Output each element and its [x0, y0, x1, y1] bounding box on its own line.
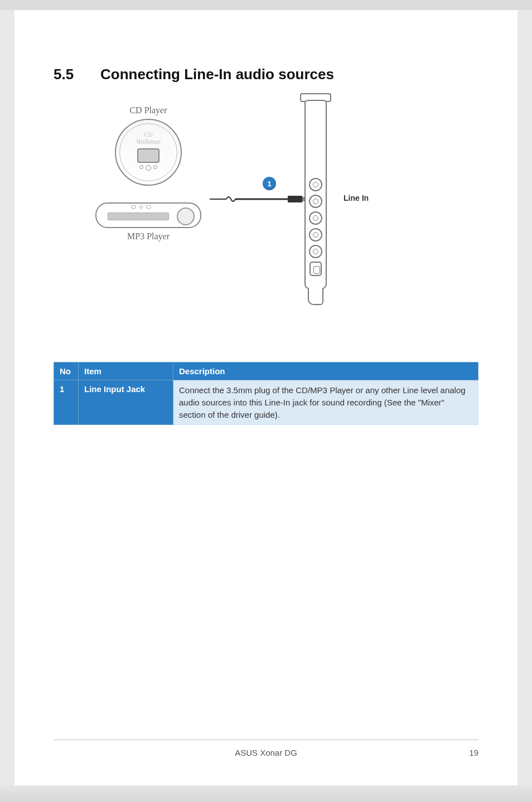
bottom-strip [0, 785, 532, 802]
mp3-player-label: MP3 Player [95, 231, 201, 241]
connection-diagram: CD Player CD Walkman MP3 Player [87, 105, 478, 317]
description-table: No Item Description 1 Line Input Jack Co… [54, 362, 478, 425]
col-item: Item [79, 363, 173, 380]
jack-stack [309, 178, 322, 276]
section-title-text: Connecting Line-In audio sources [100, 66, 334, 83]
cd-buttons-icon [139, 165, 157, 171]
line-in-jack-icon [309, 178, 322, 191]
section-heading: 5.5Connecting Line-In audio sources [54, 10, 478, 83]
audio-jack-icon [309, 228, 322, 241]
page-footer: ASUS Xonar DG 19 [54, 740, 478, 757]
cd-player-label: CD Player [87, 105, 210, 115]
spdif-jack-icon [309, 262, 322, 276]
card-bracket-icon [299, 94, 332, 306]
col-description: Description [173, 363, 478, 380]
footer-page-number: 19 [469, 748, 478, 757]
cell-description: Connect the 3.5mm plug of the CD/MP3 Pla… [173, 380, 478, 425]
table-header-row: No Item Description [54, 363, 478, 380]
cell-item: Line Input Jack [79, 380, 173, 425]
callout-1: 1 [263, 177, 276, 190]
audio-jack-icon [309, 195, 322, 208]
mp3-player-icon: MP3 Player [95, 202, 201, 241]
audio-jack-icon [309, 211, 322, 225]
cell-no: 1 [54, 380, 79, 425]
source-devices: CD Player CD Walkman MP3 Player [87, 105, 210, 241]
col-no: No [54, 363, 79, 380]
cd-brand-text: CD Walkman [136, 131, 161, 146]
table-row: 1 Line Input Jack Connect the 3.5mm plug… [54, 380, 478, 425]
audio-jack-icon [309, 245, 322, 258]
audio-cable-icon [210, 194, 310, 205]
manual-page: 5.5Connecting Line-In audio sources CD P… [14, 10, 518, 785]
section-number: 5.5 [54, 66, 100, 83]
line-in-port-label: Line In [344, 194, 369, 202]
cd-player-icon: CD Walkman [115, 119, 182, 186]
cd-screen-icon [137, 148, 159, 163]
footer-product: ASUS Xonar DG [54, 748, 478, 757]
top-strip [0, 0, 532, 10]
